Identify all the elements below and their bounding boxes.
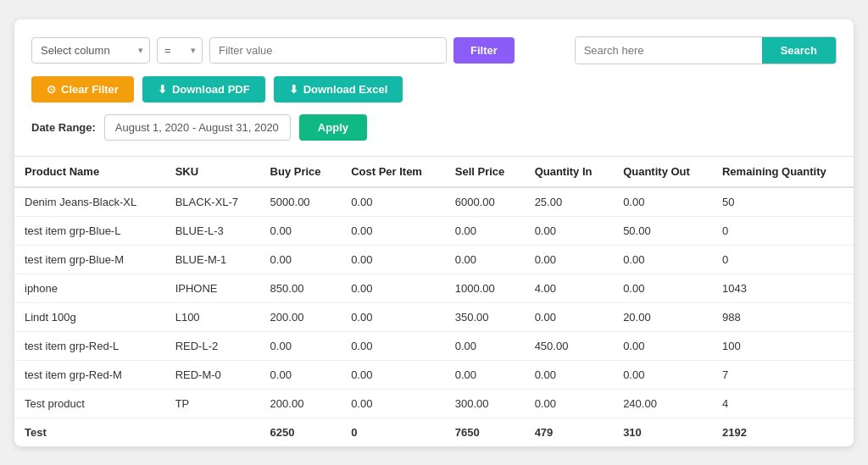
table-cell: test item grp-Blue-L bbox=[14, 216, 165, 245]
table-cell: 0.00 bbox=[445, 360, 525, 389]
column-header: SKU bbox=[165, 156, 260, 187]
table-cell: 50 bbox=[712, 187, 854, 217]
table-cell: L100 bbox=[165, 302, 260, 331]
table-cell: 20.00 bbox=[613, 302, 712, 331]
toolbar-row: Select column = Filter Search bbox=[31, 36, 837, 64]
table-cell: 0 bbox=[712, 216, 854, 245]
table-cell: 0.00 bbox=[525, 360, 614, 389]
table-cell: 0.00 bbox=[445, 245, 525, 274]
date-range-row: Date Range: Apply bbox=[31, 114, 837, 141]
table-cell: Test product bbox=[14, 389, 165, 418]
download-pdf-button[interactable]: ⬇ Download PDF bbox=[142, 76, 265, 102]
column-select-wrapper: Select column bbox=[31, 37, 150, 64]
table-cell: RED-L-2 bbox=[165, 331, 260, 360]
main-card: Select column = Filter Search ⊙ Clear Fi… bbox=[14, 19, 854, 446]
table-cell: 988 bbox=[712, 302, 854, 331]
table-row: iphoneIPHONE850.000.001000.004.000.00104… bbox=[14, 274, 854, 302]
table-cell: 0.00 bbox=[341, 245, 445, 274]
table-cell: iphone bbox=[14, 274, 165, 302]
column-header: Remaining Quantity bbox=[712, 156, 854, 187]
table-cell: 0 bbox=[712, 245, 854, 274]
table-row: Test6250076504793102192 bbox=[14, 418, 854, 446]
table-cell: 350.00 bbox=[445, 302, 525, 331]
column-header: Sell Price bbox=[445, 156, 525, 187]
table-cell: 4 bbox=[712, 389, 854, 418]
table-cell: 0.00 bbox=[341, 331, 445, 360]
column-header: Cost Per Item bbox=[341, 156, 445, 187]
table-row: test item grp-Blue-MBLUE-M-10.000.000.00… bbox=[14, 245, 854, 274]
table-cell: 0.00 bbox=[341, 187, 445, 217]
table-cell: 200.00 bbox=[260, 302, 342, 331]
operator-select-wrapper: = bbox=[157, 37, 203, 64]
table-cell: 0.00 bbox=[260, 331, 342, 360]
table-cell: 0.00 bbox=[445, 216, 525, 245]
table-cell: 0.00 bbox=[613, 187, 712, 217]
table-cell: 25.00 bbox=[525, 187, 614, 217]
table-cell: test item grp-Red-L bbox=[14, 331, 165, 360]
date-range-label: Date Range: bbox=[31, 121, 96, 134]
search-input[interactable] bbox=[576, 38, 762, 63]
table-cell: test item grp-Blue-M bbox=[14, 245, 165, 274]
table-cell: 479 bbox=[525, 418, 614, 446]
table-cell: 0.00 bbox=[260, 245, 342, 274]
table-cell: BLUE-L-3 bbox=[165, 216, 260, 245]
table-row: test item grp-Blue-LBLUE-L-30.000.000.00… bbox=[14, 216, 854, 245]
table-wrapper: Product NameSKUBuy PriceCost Per ItemSel… bbox=[14, 156, 854, 446]
table-cell: TP bbox=[165, 389, 260, 418]
date-range-input[interactable] bbox=[104, 114, 291, 141]
table-cell: BLUE-M-1 bbox=[165, 245, 260, 274]
table-cell: 450.00 bbox=[525, 331, 614, 360]
table-cell: 0.00 bbox=[341, 302, 445, 331]
table-cell: 240.00 bbox=[613, 389, 712, 418]
table-row: Test productTP200.000.00300.000.00240.00… bbox=[14, 389, 854, 418]
actions-row: ⊙ Clear Filter ⬇ Download PDF ⬇ Download… bbox=[31, 76, 837, 102]
table-cell: 6250 bbox=[260, 418, 342, 446]
table-cell: Test bbox=[14, 418, 165, 446]
table-cell: 200.00 bbox=[260, 389, 342, 418]
table-cell: IPHONE bbox=[165, 274, 260, 302]
table-row: Lindt 100gL100200.000.00350.000.0020.009… bbox=[14, 302, 854, 331]
filter-button[interactable]: Filter bbox=[453, 37, 515, 64]
table-cell bbox=[165, 418, 260, 446]
table-cell: 0 bbox=[341, 418, 445, 446]
table-cell: 850.00 bbox=[260, 274, 342, 302]
download-excel-icon: ⬇ bbox=[289, 83, 298, 96]
table-cell: RED-M-0 bbox=[165, 360, 260, 389]
column-header: Quantity In bbox=[525, 156, 614, 187]
table-cell: 0.00 bbox=[260, 216, 342, 245]
column-select[interactable]: Select column bbox=[31, 37, 150, 64]
apply-button[interactable]: Apply bbox=[299, 114, 367, 141]
clear-filter-button[interactable]: ⊙ Clear Filter bbox=[31, 76, 134, 102]
table-cell: 0.00 bbox=[445, 331, 525, 360]
table-cell: BLACK-XL-7 bbox=[165, 187, 260, 217]
table-row: test item grp-Red-LRED-L-20.000.000.0045… bbox=[14, 331, 854, 360]
search-group: Search bbox=[575, 36, 837, 64]
filter-value-input[interactable] bbox=[209, 37, 447, 64]
table-cell: 50.00 bbox=[613, 216, 712, 245]
table-header-row: Product NameSKUBuy PriceCost Per ItemSel… bbox=[14, 156, 854, 187]
table-cell: 0.00 bbox=[341, 360, 445, 389]
table-cell: 0.00 bbox=[613, 331, 712, 360]
table-cell: 0.00 bbox=[525, 389, 614, 418]
table-cell: 1043 bbox=[712, 274, 854, 302]
search-button[interactable]: Search bbox=[762, 37, 836, 64]
column-header: Product Name bbox=[14, 156, 165, 187]
table-cell: 0.00 bbox=[341, 216, 445, 245]
column-header: Buy Price bbox=[260, 156, 342, 187]
column-header: Quantity Out bbox=[613, 156, 712, 187]
table-cell: 7 bbox=[712, 360, 854, 389]
table-row: test item grp-Red-MRED-M-00.000.000.000.… bbox=[14, 360, 854, 389]
table-cell: 0.00 bbox=[613, 245, 712, 274]
table-cell: Lindt 100g bbox=[14, 302, 165, 331]
table-cell: 5000.00 bbox=[260, 187, 342, 217]
table-cell: 7650 bbox=[445, 418, 525, 446]
table-cell: 0.00 bbox=[525, 216, 614, 245]
table-cell: 0.00 bbox=[613, 360, 712, 389]
table-cell: 0.00 bbox=[260, 360, 342, 389]
download-excel-button[interactable]: ⬇ Download Excel bbox=[274, 76, 403, 102]
table-cell: 0.00 bbox=[341, 389, 445, 418]
table-cell: 300.00 bbox=[445, 389, 525, 418]
table-cell: 1000.00 bbox=[445, 274, 525, 302]
table-cell: 6000.00 bbox=[445, 187, 525, 217]
operator-select[interactable]: = bbox=[157, 37, 203, 64]
